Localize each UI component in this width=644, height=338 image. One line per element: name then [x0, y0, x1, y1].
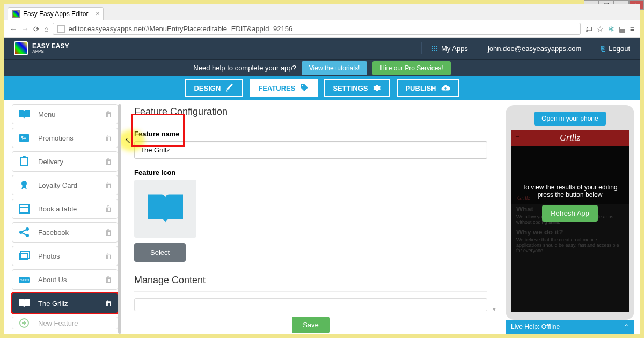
trash-icon[interactable]: 🗑 — [105, 252, 112, 260]
scroll-down-icon[interactable]: ▼ — [492, 306, 497, 312]
main-nav: DESIGN FEATURES SETTINGS PUBLISH — [4, 76, 640, 100]
nav-features[interactable]: FEATURES — [250, 79, 318, 97]
feature-icon-preview — [134, 180, 196, 238]
feature-name-label: Feature name — [134, 130, 487, 138]
open-sign-icon: OPEN — [18, 274, 31, 285]
nav-publish[interactable]: PUBLISH — [397, 79, 458, 97]
phone-screen: ≡ Grillz Grillz What We allow you to cre… — [511, 130, 629, 312]
hamburger-icon[interactable]: ≡ — [515, 134, 519, 142]
help-strip: Need help to complete your app? View the… — [4, 59, 640, 76]
browser-tabbar: Easy Easy Apps Editor ✕ — [4, 4, 640, 20]
svg-rect-3 — [23, 156, 26, 158]
clipboard-icon — [18, 156, 31, 167]
live-help-bar[interactable]: Live Help: Offline ⌃ — [506, 320, 634, 334]
trash-icon[interactable]: 🗑 — [105, 275, 112, 284]
logout-icon: ⎘ — [601, 45, 605, 53]
gear-icon — [372, 83, 382, 93]
page-icon — [57, 25, 65, 33]
cloud-upload-icon — [441, 83, 450, 93]
trash-icon[interactable]: 🗑 — [105, 181, 112, 189]
sidebar-item-menu[interactable]: Menu 🗑 — [12, 104, 118, 124]
trash-icon[interactable]: 🗑 — [105, 134, 112, 142]
trash-icon[interactable]: 🗑 — [105, 204, 112, 213]
ribbon-icon — [18, 180, 31, 190]
feature-icon-label: Feature Icon — [134, 168, 487, 177]
bookmark-page-icon[interactable]: 🏷 — [585, 25, 592, 33]
panel-title: Feature Configuration — [134, 106, 487, 117]
nav-design[interactable]: DESIGN — [185, 79, 243, 97]
svg-line-11 — [22, 233, 26, 235]
plus-circle-icon — [18, 318, 31, 328]
sidebar-item-promotions[interactable]: $≡ Promotions 🗑 — [12, 128, 118, 148]
trash-icon[interactable]: 🗑 — [105, 228, 112, 237]
sidebar-item-book-table[interactable]: Book a table 🗑 — [12, 199, 118, 219]
logout-link[interactable]: ⎘ Logout — [601, 45, 630, 53]
sidebar-item-loyalty[interactable]: Loyalty Card 🗑 — [12, 175, 118, 195]
brand-sub: APPS — [32, 49, 69, 54]
my-apps-link[interactable]: My Apps — [431, 45, 468, 53]
svg-point-4 — [21, 181, 27, 186]
book-icon — [144, 191, 187, 226]
content-editor-placeholder[interactable] — [134, 298, 487, 311]
select-icon-button[interactable]: Select — [134, 243, 186, 262]
tag-icon — [299, 83, 309, 93]
trash-icon[interactable]: 🗑 — [105, 110, 112, 119]
url-input[interactable] — [68, 25, 575, 33]
favicon-icon — [12, 10, 20, 18]
bookmark-star-icon[interactable]: ☆ — [597, 25, 604, 33]
app-header: EASY EASY APPS My Apps john.doe@easyeasy… — [4, 38, 640, 59]
back-button[interactable]: ← — [10, 25, 17, 33]
sidebar-item-facebook[interactable]: Facebook 🗑 — [12, 222, 118, 243]
book-icon — [18, 298, 31, 308]
phone-frame: Open in your phone ≡ Grillz Grillz What … — [506, 105, 634, 320]
url-box[interactable] — [53, 23, 580, 35]
browser-toolbar: ← → ⟳ ⌂ 🏷 ☆ ❄ ▤ ≡ — [4, 20, 640, 38]
apps-grid-icon — [431, 45, 438, 52]
preview-overlay: To view the results of your editing pres… — [511, 146, 629, 312]
sidebar-item-delivery[interactable]: Delivery 🗑 — [12, 151, 118, 172]
user-email[interactable]: john.doe@easyeasyapps.com — [488, 45, 581, 53]
share-icon — [18, 227, 31, 238]
tab-close-icon[interactable]: ✕ — [96, 11, 100, 17]
extension-icon[interactable]: ❄ — [608, 25, 614, 33]
svg-text:OPEN: OPEN — [20, 278, 29, 282]
manage-content-title: Manage Content — [134, 275, 487, 286]
trash-icon[interactable]: 🗑 — [105, 299, 112, 307]
save-button[interactable]: Save — [292, 317, 330, 333]
photos-icon — [18, 251, 31, 261]
sidebar-item-photos[interactable]: Photos 🗑 — [12, 246, 118, 266]
sidebar-item-grillz[interactable]: The Grillz 🗑 — [12, 293, 118, 313]
browser-menu-icon[interactable]: ≡ — [630, 25, 634, 33]
trash-icon[interactable]: 🗑 — [105, 157, 112, 166]
refresh-app-button[interactable]: Refresh App — [542, 205, 598, 222]
brush-icon — [225, 83, 235, 93]
extension-bars-icon[interactable]: ▤ — [619, 25, 626, 33]
overlay-text: To view the results of your editing pres… — [511, 183, 629, 199]
brand[interactable]: EASY EASY APPS — [14, 41, 69, 55]
feature-name-input[interactable] — [134, 141, 487, 159]
receipt-icon: $≡ — [18, 133, 31, 143]
svg-rect-5 — [19, 205, 29, 213]
svg-text:$≡: $≡ — [21, 135, 26, 141]
home-button[interactable]: ⌂ — [44, 25, 48, 33]
phone-app-logo: Grillz — [560, 133, 580, 143]
calendar-icon — [18, 203, 31, 214]
cursor-icon: ↖ — [125, 136, 131, 145]
browser-tab[interactable]: Easy Easy Apps Editor ✕ — [8, 7, 104, 20]
brand-logo-icon — [14, 41, 28, 55]
tab-title: Easy Easy Apps Editor — [23, 10, 88, 18]
svg-line-10 — [22, 230, 26, 232]
sidebar-item-about[interactable]: OPEN About Us 🗑 — [12, 269, 118, 290]
feature-sidebar: Menu 🗑 $≡ Promotions 🗑 Delivery 🗑 Loyalt… — [4, 100, 121, 334]
hire-pro-button[interactable]: Hire our Pro Services! — [372, 61, 450, 75]
reload-button[interactable]: ⟳ — [33, 25, 40, 33]
main-panel: Feature Configuration ↖ Feature name Fea… — [121, 100, 500, 334]
sidebar-item-new-feature[interactable]: New Feature — [12, 317, 118, 329]
view-tutorials-button[interactable]: View the tutorials! — [302, 61, 368, 75]
forward-button[interactable]: → — [21, 25, 29, 33]
phone-topbar: ≡ Grillz — [511, 130, 629, 146]
nav-settings[interactable]: SETTINGS — [324, 79, 390, 97]
open-in-phone-button[interactable]: Open in your phone — [534, 112, 605, 126]
preview-pane: Open in your phone ≡ Grillz Grillz What … — [500, 100, 640, 334]
chevron-up-icon: ⌃ — [624, 323, 629, 330]
